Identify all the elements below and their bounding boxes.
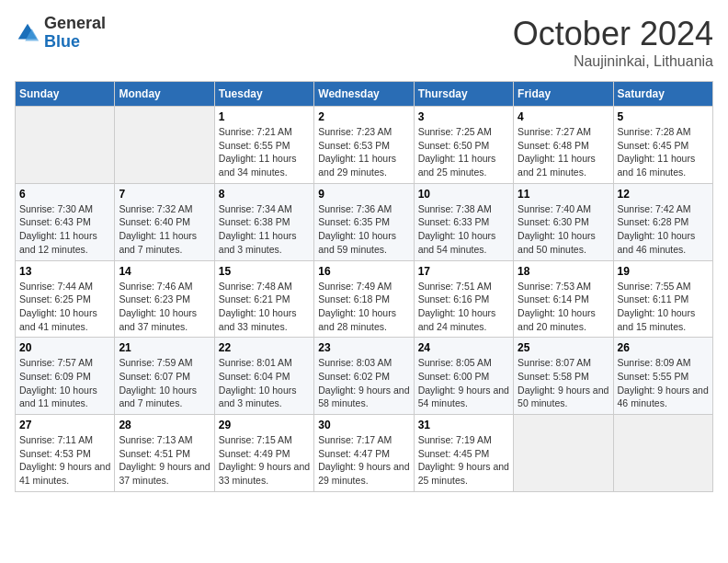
day-info: Sunrise: 7:46 AMSunset: 6:23 PMDaylight:… (119, 281, 197, 332)
day-number: 16 (318, 265, 409, 278)
calendar-day-cell: 10 Sunrise: 7:38 AMSunset: 6:33 PMDaylig… (414, 183, 513, 260)
calendar-day-cell: 11 Sunrise: 7:40 AMSunset: 6:30 PMDaylig… (514, 183, 613, 260)
day-info: Sunrise: 7:51 AMSunset: 6:16 PMDaylight:… (418, 281, 496, 332)
logo-general: General (44, 15, 106, 33)
calendar-day-cell: 22 Sunrise: 8:01 AMSunset: 6:04 PMDaylig… (214, 338, 313, 415)
day-number: 30 (318, 419, 409, 431)
calendar-day-cell: 6 Sunrise: 7:30 AMSunset: 6:43 PMDayligh… (16, 183, 115, 260)
calendar-day-cell: 20 Sunrise: 7:57 AMSunset: 6:09 PMDaylig… (16, 338, 115, 415)
day-number: 21 (119, 341, 210, 354)
calendar-week-row: 27 Sunrise: 7:11 AMSunset: 4:53 PMDaylig… (16, 415, 713, 492)
calendar-day-cell: 14 Sunrise: 7:46 AMSunset: 6:23 PMDaylig… (115, 260, 214, 338)
calendar-day-cell (514, 415, 613, 492)
calendar-day-cell: 9 Sunrise: 7:36 AMSunset: 6:35 PMDayligh… (314, 183, 414, 260)
day-number: 7 (119, 188, 210, 201)
calendar-day-cell: 2 Sunrise: 7:23 AMSunset: 6:53 PMDayligh… (314, 107, 414, 184)
day-number: 31 (418, 419, 509, 431)
calendar-day-cell: 31 Sunrise: 7:19 AMSunset: 4:45 PMDaylig… (414, 415, 513, 492)
day-number: 4 (518, 110, 609, 123)
day-number: 18 (518, 265, 609, 278)
day-number: 11 (518, 188, 609, 201)
day-info: Sunrise: 8:09 AMSunset: 5:55 PMDaylight:… (618, 357, 709, 408)
calendar-day-cell: 3 Sunrise: 7:25 AMSunset: 6:50 PMDayligh… (414, 107, 513, 184)
day-number: 24 (418, 341, 509, 354)
logo-text: General Blue (44, 15, 106, 52)
day-info: Sunrise: 7:48 AMSunset: 6:21 PMDaylight:… (219, 281, 297, 332)
logo-blue: Blue (44, 33, 106, 52)
calendar-day-cell: 27 Sunrise: 7:11 AMSunset: 4:53 PMDaylig… (16, 415, 115, 492)
day-info: Sunrise: 7:57 AMSunset: 6:09 PMDaylight:… (19, 357, 97, 408)
day-number: 5 (618, 110, 709, 123)
day-number: 6 (19, 188, 110, 201)
weekday-header-cell: Friday (514, 82, 613, 107)
day-number: 23 (318, 341, 409, 354)
day-info: Sunrise: 8:01 AMSunset: 6:04 PMDaylight:… (219, 357, 297, 408)
logo: General Blue (15, 15, 106, 52)
day-info: Sunrise: 7:40 AMSunset: 6:30 PMDaylight:… (518, 203, 596, 255)
calendar-day-cell: 8 Sunrise: 7:34 AMSunset: 6:38 PMDayligh… (214, 183, 313, 260)
calendar-day-cell: 7 Sunrise: 7:32 AMSunset: 6:40 PMDayligh… (115, 183, 214, 260)
calendar-day-cell: 23 Sunrise: 8:03 AMSunset: 6:02 PMDaylig… (314, 338, 414, 415)
day-info: Sunrise: 7:59 AMSunset: 6:07 PMDaylight:… (119, 357, 197, 408)
day-info: Sunrise: 7:36 AMSunset: 6:35 PMDaylight:… (318, 203, 396, 255)
day-number: 1 (219, 110, 310, 123)
day-number: 27 (19, 419, 110, 431)
day-info: Sunrise: 8:05 AMSunset: 6:00 PMDaylight:… (418, 357, 509, 408)
weekday-header-row: SundayMondayTuesdayWednesdayThursdayFrid… (16, 82, 713, 107)
logo-icon (15, 20, 40, 46)
day-number: 28 (119, 419, 210, 431)
calendar-week-row: 1 Sunrise: 7:21 AMSunset: 6:55 PMDayligh… (16, 107, 713, 184)
calendar-body: 1 Sunrise: 7:21 AMSunset: 6:55 PMDayligh… (16, 107, 713, 492)
day-info: Sunrise: 7:23 AMSunset: 6:53 PMDaylight:… (318, 126, 396, 178)
calendar-day-cell: 17 Sunrise: 7:51 AMSunset: 6:16 PMDaylig… (414, 260, 513, 338)
day-number: 22 (219, 341, 310, 354)
calendar-day-cell: 26 Sunrise: 8:09 AMSunset: 5:55 PMDaylig… (613, 338, 712, 415)
day-number: 12 (618, 188, 709, 201)
day-number: 3 (418, 110, 509, 123)
day-info: Sunrise: 7:49 AMSunset: 6:18 PMDaylight:… (318, 281, 396, 332)
calendar-day-cell: 4 Sunrise: 7:27 AMSunset: 6:48 PMDayligh… (514, 107, 613, 184)
day-number: 8 (219, 188, 310, 201)
day-number: 9 (318, 188, 409, 201)
day-info: Sunrise: 7:19 AMSunset: 4:45 PMDaylight:… (418, 434, 509, 486)
day-info: Sunrise: 7:15 AMSunset: 4:49 PMDaylight:… (219, 434, 310, 486)
day-info: Sunrise: 7:25 AMSunset: 6:50 PMDaylight:… (418, 126, 496, 178)
calendar-day-cell: 15 Sunrise: 7:48 AMSunset: 6:21 PMDaylig… (214, 260, 313, 338)
day-info: Sunrise: 8:03 AMSunset: 6:02 PMDaylight:… (318, 357, 409, 408)
weekday-header-cell: Thursday (414, 82, 513, 107)
day-info: Sunrise: 7:28 AMSunset: 6:45 PMDaylight:… (618, 126, 696, 178)
calendar-day-cell: 30 Sunrise: 7:17 AMSunset: 4:47 PMDaylig… (314, 415, 414, 492)
title-block: October 2024 Naujininkai, Lithuania (513, 15, 713, 70)
calendar-day-cell: 18 Sunrise: 7:53 AMSunset: 6:14 PMDaylig… (514, 260, 613, 338)
day-number: 19 (618, 265, 709, 278)
day-info: Sunrise: 7:44 AMSunset: 6:25 PMDaylight:… (19, 281, 97, 332)
weekday-header-cell: Monday (115, 82, 214, 107)
page-header: General Blue October 2024 Naujininkai, L… (15, 15, 713, 70)
calendar-day-cell: 29 Sunrise: 7:15 AMSunset: 4:49 PMDaylig… (214, 415, 313, 492)
weekday-header-cell: Sunday (16, 82, 115, 107)
day-number: 17 (418, 265, 509, 278)
day-info: Sunrise: 7:38 AMSunset: 6:33 PMDaylight:… (418, 203, 496, 255)
day-number: 14 (119, 265, 210, 278)
calendar-week-row: 6 Sunrise: 7:30 AMSunset: 6:43 PMDayligh… (16, 183, 713, 260)
weekday-header-cell: Tuesday (214, 82, 313, 107)
calendar-day-cell: 12 Sunrise: 7:42 AMSunset: 6:28 PMDaylig… (613, 183, 712, 260)
day-info: Sunrise: 7:13 AMSunset: 4:51 PMDaylight:… (119, 434, 210, 486)
calendar-day-cell: 28 Sunrise: 7:13 AMSunset: 4:51 PMDaylig… (115, 415, 214, 492)
day-number: 25 (518, 341, 609, 354)
calendar-day-cell: 19 Sunrise: 7:55 AMSunset: 6:11 PMDaylig… (613, 260, 712, 338)
day-info: Sunrise: 7:21 AMSunset: 6:55 PMDaylight:… (219, 126, 297, 178)
weekday-header-cell: Wednesday (314, 82, 414, 107)
day-info: Sunrise: 7:32 AMSunset: 6:40 PMDaylight:… (119, 203, 197, 255)
calendar-day-cell: 24 Sunrise: 8:05 AMSunset: 6:00 PMDaylig… (414, 338, 513, 415)
day-info: Sunrise: 7:55 AMSunset: 6:11 PMDaylight:… (618, 281, 696, 332)
day-number: 13 (19, 265, 110, 278)
calendar-week-row: 13 Sunrise: 7:44 AMSunset: 6:25 PMDaylig… (16, 260, 713, 338)
calendar-day-cell (613, 415, 712, 492)
calendar-day-cell: 16 Sunrise: 7:49 AMSunset: 6:18 PMDaylig… (314, 260, 414, 338)
weekday-header-cell: Saturday (613, 82, 712, 107)
calendar-day-cell: 21 Sunrise: 7:59 AMSunset: 6:07 PMDaylig… (115, 338, 214, 415)
day-info: Sunrise: 7:42 AMSunset: 6:28 PMDaylight:… (618, 203, 696, 255)
location-title: Naujininkai, Lithuania (513, 53, 713, 70)
calendar-day-cell: 13 Sunrise: 7:44 AMSunset: 6:25 PMDaylig… (16, 260, 115, 338)
